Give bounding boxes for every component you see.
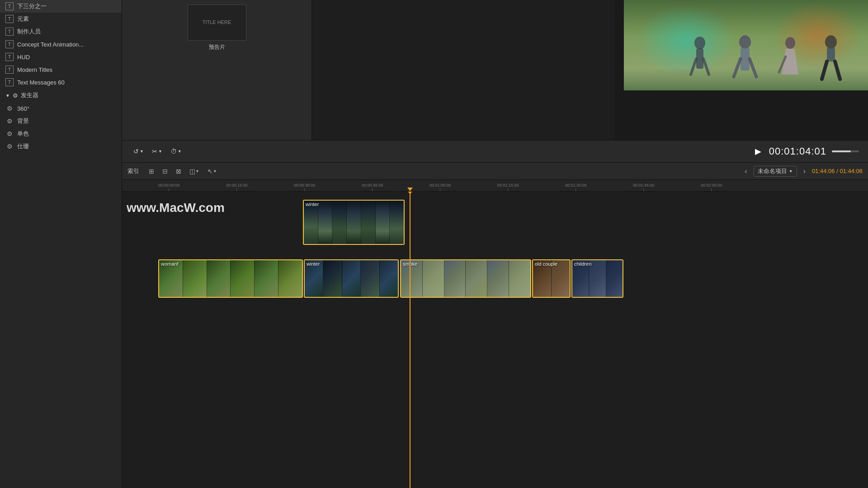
ruler-mark-4: 00:01:00:00 [429,183,451,191]
svg-line-14 [835,61,840,79]
ruler-mark-5: 00:01:15:00 [497,183,519,191]
sidebar-item-360[interactable]: ⚙ 360° [0,102,122,115]
gen-item-icon: ⚙ [5,130,14,138]
play-icon: ▶ [755,146,761,156]
sidebar-item-background[interactable]: ⚙ 背景 [0,115,122,127]
sidebar-item-concepttext[interactable]: T Concept Text Animation... [0,38,122,51]
ruler-mark-7: 00:01:45:00 [633,183,655,191]
project-dropdown-arrow: ▼ [789,169,793,174]
ruler-mark-8: 00:02:00:00 [701,183,722,191]
thumbnail-inner: TITLE HERE [188,5,246,40]
filmstrip-winter-upper [304,201,404,244]
sidebar-item-label: Modern Titles [17,66,52,73]
playback-controls: ↺ ▼ ✂ ▼ ⏱ ▼ [131,147,184,156]
timecode-total: 01:44:06 [840,168,863,174]
clip-old-couple[interactable]: old couple [532,259,571,298]
svg-line-7 [750,59,756,77]
sidebar-item-moderntitles[interactable]: T Modern Titles [0,63,122,76]
toolbar-bar: 索引 ⊞ ⊟ ⊠ ◫ ▼ ↖ ▼ ‹ [122,163,868,180]
loop-icon: ↺ [133,148,139,155]
svg-line-13 [822,61,827,79]
clip-label-womanf: womanf [161,261,179,267]
size-icon: ◫ [189,168,195,175]
clip-smoke[interactable]: smoke [400,259,531,298]
clip-label-winter-lower: winter [307,261,320,267]
play-button[interactable]: ▶ [753,145,764,157]
clip-label-winter-upper: winter [306,202,319,207]
clip-winter-upper[interactable]: winter [303,200,405,245]
cursor-icon: ↖ [208,168,213,175]
generators-section[interactable]: ▼ ⚙ 发生器 [0,89,122,102]
clip-view-btn[interactable]: ⊞ [146,166,156,176]
sidebar-item-label: 元素 [17,15,29,23]
sidebar-item-label: 制作人员 [17,28,41,36]
browser-panel: TITLE HERE 预告片 [122,0,312,140]
timeline-ruler: 00:00:00:00 00:00:15:00 00:00:30:00 [122,180,868,192]
clip-children[interactable]: children [571,259,623,298]
timecode-range-display: 01:44:06 / 01:44:06 [812,168,863,174]
filmstrip-womanf [159,260,302,297]
title-icon: T [5,40,14,48]
title-icon: T [5,78,14,86]
timecode-display: 00:01:04:01 [769,145,826,157]
timeline-area: 00:00:00:00 00:00:15:00 00:00:30:00 [122,180,868,488]
ruler-marks: 00:00:00:00 00:00:15:00 00:00:30:00 [122,180,868,191]
title-icon: T [5,66,14,74]
watermark: www.MacW.com [127,201,225,215]
nav-next-btn[interactable]: › [801,166,808,176]
clip-womanf[interactable]: womanf [158,259,303,298]
gen-item-icon: ⚙ [5,142,14,150]
browser-label: 预告片 [209,43,225,51]
list-view-btn[interactable]: ⊟ [160,166,170,176]
svg-point-11 [825,35,837,49]
clip-label-children: children [574,261,592,267]
size-dropdown-arrow: ▼ [195,169,199,174]
title-icon: T [5,15,14,23]
sidebar-item-label: Concept Text Animation... [17,41,84,48]
loop-btn[interactable]: ↺ ▼ [131,147,146,156]
collapse-arrow: ▼ [5,93,10,98]
generator-icon: ⚙ [13,92,18,99]
grid-view-btn[interactable]: ⊠ [174,166,184,176]
clip-icon: ⊞ [149,168,154,175]
title-icon: T [5,53,14,61]
nav-prev-btn[interactable]: ‹ [742,166,750,176]
svg-line-6 [734,59,741,77]
svg-point-4 [739,35,751,49]
trim-icon: ✂ [152,148,157,155]
sidebar-item-label: HUD [17,54,30,61]
timeline-playhead [410,192,410,488]
preview-video [624,0,868,90]
ruler-mark-playhead [410,188,413,191]
top-pane: TITLE HERE 预告片 [122,0,868,140]
ruler-mark-2: 00:00:30:00 [294,183,316,191]
timeline-tracks: www.MacW.com winter [122,192,868,488]
sidebar-item-mono[interactable]: ⚙ 单色 [0,127,122,140]
loop-dropdown: ▼ [140,149,144,154]
volume-slider[interactable] [832,150,859,152]
speed-btn[interactable]: ⏱ ▼ [168,147,184,156]
project-name-btn[interactable]: 未命名项目 ▼ [754,166,797,177]
sidebar-item-textmessages[interactable]: T Text Messages 60 [0,76,122,89]
sidebar-item-label: 360° [17,105,29,112]
clip-winter-lower[interactable]: winter [304,259,399,298]
browser-thumbnail[interactable]: TITLE HERE [188,5,246,41]
app-container: T 下三分之一 T 元素 T 制作人员 T Concept Text Anima… [0,0,868,488]
select-btn[interactable]: ↖ ▼ [205,166,219,176]
preview-video-inner [624,0,868,90]
size-btn[interactable]: ◫ ▼ [187,166,202,176]
people-silhouettes [673,34,854,88]
middle-empty [312,0,615,140]
sidebar-item-xiasanfen[interactable]: T 下三分之一 [0,0,122,13]
sidebar-item-yuansu[interactable]: T 元素 [0,13,122,25]
sidebar-item-label: 仕珊 [17,142,29,150]
list-icon: ⊟ [162,168,168,175]
trim-btn[interactable]: ✂ ▼ [150,147,165,156]
trim-dropdown: ▼ [158,149,162,154]
filmstrip-smoke [401,260,530,297]
sidebar-item-extra[interactable]: ⚙ 仕珊 [0,140,122,153]
project-name-label: 未命名项目 [758,167,787,175]
sidebar-item-hud[interactable]: T HUD [0,51,122,63]
sidebar-item-zhizuorenyuan[interactable]: T 制作人员 [0,25,122,38]
ruler-mark-1: 00:00:15:00 [226,183,248,191]
